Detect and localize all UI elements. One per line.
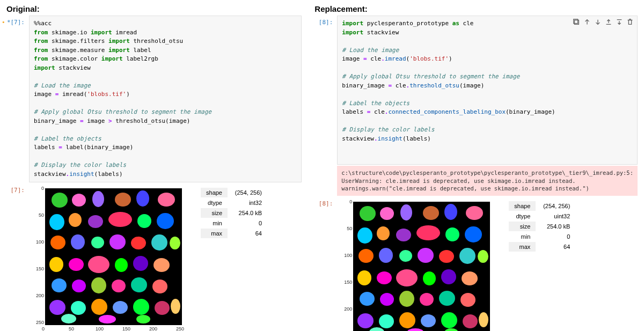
prompt-in-left: *[7]:	[6, 16, 29, 26]
code-cell-left[interactable]: %%acc from skimage.io import imread from…	[29, 16, 302, 182]
move-down-icon[interactable]	[594, 18, 602, 26]
info-table-right: shape(254, 256) dtypeuint32 size254.0 kB…	[509, 201, 573, 252]
warning-output: c:\structure\code\pyclesperanto_prototyp…	[337, 166, 638, 196]
prompt-out-right: [8]:	[314, 197, 337, 207]
info-table-left: shape(254, 256) dtypeint32 size254.0 kB …	[201, 188, 265, 239]
delete-icon[interactable]	[626, 18, 634, 26]
code-cell-right[interactable]: import pyclesperanto_prototype as cle im…	[337, 16, 638, 165]
heading-replacement: Replacement:	[314, 4, 638, 13]
duplicate-icon[interactable]	[573, 18, 580, 26]
output-left: 050100150200250050100150200250 shape(254…	[29, 183, 302, 331]
right-column: Replacement: [8]: import pyclesperanto_p…	[308, 0, 644, 331]
heading-original: Original:	[6, 4, 302, 13]
insert-above-icon[interactable]	[605, 18, 612, 26]
left-column: Original: *[7]: %%acc from skimage.io im…	[0, 0, 308, 331]
output-right: 050100150200250050100150200250 shape(254…	[337, 197, 638, 331]
insert-below-icon[interactable]	[616, 18, 623, 26]
prompt-out-left: [7]:	[6, 183, 29, 194]
plot-left: 050100150200250050100150200250	[29, 186, 190, 331]
move-up-icon[interactable]	[583, 18, 591, 26]
cell-toolbar	[573, 18, 634, 26]
plot-right: 050100150200250050100150200250	[337, 199, 498, 331]
prompt-in-right: [8]:	[314, 16, 337, 26]
